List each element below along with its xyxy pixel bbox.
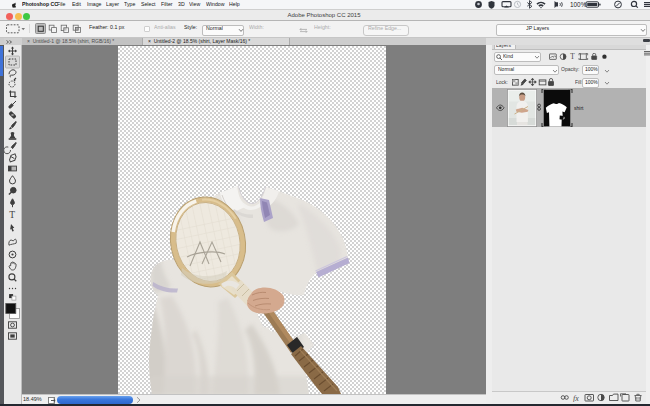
- svg-text:100%: 100%: [570, 1, 587, 8]
- svg-text:T: T: [9, 210, 15, 220]
- svg-text:fx: fx: [573, 394, 579, 403]
- svg-text:T: T: [570, 53, 575, 60]
